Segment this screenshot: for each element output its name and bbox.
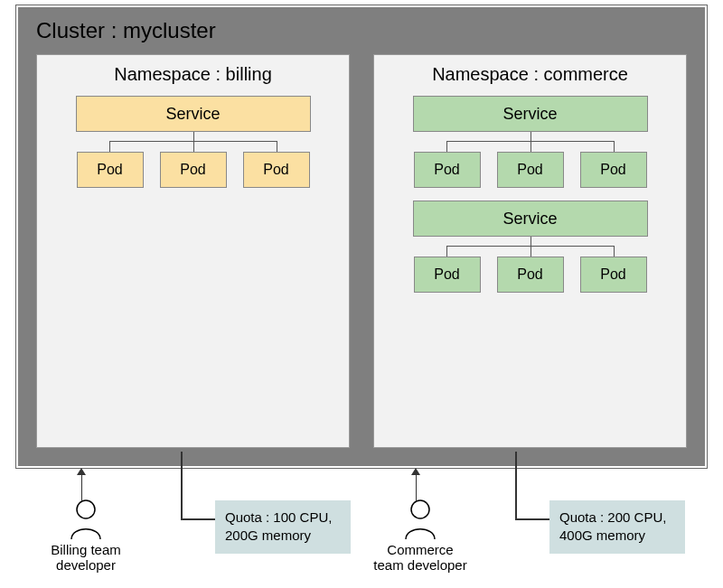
commerce-user: Commerce team developer (366, 499, 474, 573)
user-label-line2: team developer (366, 557, 474, 573)
service-box: Service (413, 96, 648, 132)
connector-lines (76, 132, 311, 152)
user-label-line1: Commerce (366, 542, 474, 557)
commerce-service-group-2: Service Pod Pod Pod (390, 201, 670, 293)
quota-line2: 200G memory (225, 527, 341, 545)
pod-box: Pod (414, 152, 481, 188)
connector-lines (413, 237, 648, 257)
billing-quota-box: Quota : 100 CPU, 200G memory (215, 500, 351, 554)
quota-line (515, 518, 551, 520)
namespace-billing: Namespace : billing Service Pod Pod Pod (36, 54, 350, 448)
service-box: Service (76, 96, 311, 132)
quota-line (515, 452, 517, 520)
pods-row: Pod Pod Pod (53, 152, 333, 188)
cluster-title: Cluster : mycluster (36, 18, 687, 43)
commerce-quota-box: Quota : 200 CPU, 400G memory (549, 500, 685, 554)
pod-box: Pod (580, 257, 647, 293)
pods-row: Pod Pod Pod (390, 152, 670, 188)
pod-box: Pod (497, 152, 564, 188)
quota-line2: 400G memory (559, 527, 675, 545)
user-label-line2: developer (36, 557, 136, 573)
user-label-line1: Billing team (36, 542, 136, 557)
connector-lines (413, 132, 648, 152)
svg-point-1 (411, 500, 429, 518)
quota-line (181, 452, 183, 520)
namespace-commerce: Namespace : commerce Service Pod Pod Pod… (373, 54, 687, 448)
quota-line (181, 518, 217, 520)
pod-box: Pod (243, 152, 310, 188)
pod-box: Pod (497, 257, 564, 293)
service-box: Service (413, 201, 648, 237)
user-icon (68, 499, 104, 540)
pod-box: Pod (414, 257, 481, 293)
namespace-commerce-title: Namespace : commerce (390, 64, 670, 85)
quota-line1: Quota : 100 CPU, (225, 509, 341, 527)
arrow-line (416, 473, 417, 500)
pod-box: Pod (580, 152, 647, 188)
svg-point-0 (77, 500, 95, 518)
billing-user: Billing team developer (36, 499, 136, 573)
pods-row: Pod Pod Pod (390, 257, 670, 293)
arrow-head-icon (77, 468, 86, 475)
namespace-billing-title: Namespace : billing (53, 64, 333, 85)
commerce-service-group-1: Service Pod Pod Pod (390, 96, 670, 188)
arrow-line (81, 473, 82, 500)
arrow-head-icon (411, 468, 420, 475)
namespaces-row: Namespace : billing Service Pod Pod Pod … (36, 54, 687, 448)
user-icon (402, 499, 438, 540)
cluster-box: Cluster : mycluster Namespace : billing … (16, 5, 707, 468)
billing-service-group-1: Service Pod Pod Pod (53, 96, 333, 188)
quota-line1: Quota : 200 CPU, (559, 509, 675, 527)
pod-box: Pod (77, 152, 144, 188)
pod-box: Pod (160, 152, 227, 188)
